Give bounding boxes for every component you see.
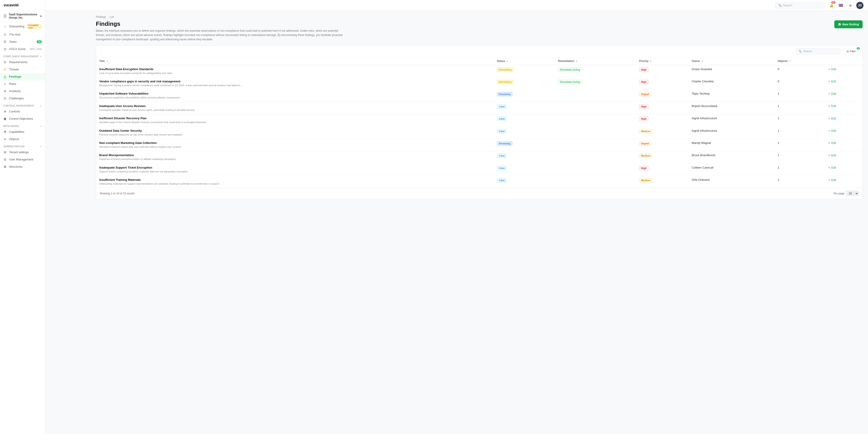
finding-description: Instances of brand misrepresentation in … bbox=[99, 157, 257, 161]
filter-label: Filter bbox=[850, 50, 856, 53]
user-management-icon: ⊟ bbox=[3, 158, 7, 161]
col-status[interactable]: Status ▾ bbox=[494, 57, 555, 65]
filter-button[interactable]: ⊟ Filter 0 bbox=[844, 49, 859, 54]
breadcrumb-separator: › bbox=[107, 16, 108, 19]
cell-owner: Brijesh Bounceback bbox=[688, 102, 774, 114]
cell-status: Reviewing bbox=[494, 90, 555, 102]
sidebar-item-onboarding[interactable]: ○ Onboarding Complete now bbox=[0, 22, 45, 31]
sidebar-item-label: Onboarding bbox=[9, 25, 24, 28]
sidebar-item-requirements[interactable]: ⚖ Requirements bbox=[0, 59, 45, 66]
complete-badge: Complete now bbox=[27, 24, 42, 29]
edit-button[interactable]: ✏ Edit bbox=[829, 129, 836, 133]
sidebar-item-structures[interactable]: ⊠ Structures bbox=[0, 163, 45, 170]
new-finding-label: New finding bbox=[842, 23, 859, 26]
cell-status: Initial bbox=[494, 176, 555, 188]
edit-label: Edit bbox=[831, 80, 836, 83]
sidebar-item-label: Controls bbox=[9, 110, 20, 113]
per-page-select[interactable]: 10 25 50 100 bbox=[846, 191, 859, 196]
edit-button[interactable]: ✏ Edit bbox=[829, 166, 836, 169]
sidebar-item-the-hub[interactable]: ⊙ The Hub bbox=[0, 31, 45, 38]
sidebar-item-vuca-score[interactable]: ◎ VUCA Score 35% | 34% bbox=[0, 46, 45, 53]
findings-table-container: 🔍 ⊟ Filter 0 Title ▾ Status ▾ Remediatio… bbox=[96, 46, 863, 199]
sidebar-item-control-objectives[interactable]: ▣ Control Objectives bbox=[0, 115, 45, 122]
remediation-badge: Remediate finding bbox=[558, 80, 582, 84]
onboarding-icon: ○ bbox=[3, 25, 7, 28]
edit-button[interactable]: ✏ Edit bbox=[829, 154, 836, 157]
sort-icon-status: ▾ bbox=[507, 60, 508, 62]
cell-status: Reviewing bbox=[494, 139, 555, 151]
sidebar-item-challenges[interactable]: ⊡ Challenges bbox=[0, 95, 45, 102]
findings-table-body: Insufficient Data Encryption Standards L… bbox=[96, 65, 862, 188]
col-owner[interactable]: Owner ▾ bbox=[688, 57, 774, 65]
finding-description: Identified instances where data was coll… bbox=[99, 145, 257, 149]
cell-remediation bbox=[555, 163, 636, 176]
collapse-meta-icon[interactable]: ▲ bbox=[39, 125, 42, 127]
sidebar-item-risks[interactable]: ◇ Risks bbox=[0, 80, 45, 88]
sidebar-item-capabilities[interactable]: ❋ Capabilities bbox=[0, 128, 45, 136]
finding-title: Inefficient Disaster Recovery Plan bbox=[99, 117, 491, 120]
sidebar-item-label: Structures bbox=[9, 165, 22, 168]
table-row: Inadequate Support Ticket Encryption Sup… bbox=[96, 163, 862, 176]
status-badge: Initial bbox=[497, 166, 507, 170]
col-title[interactable]: Title ▾ bbox=[96, 57, 494, 65]
edit-button[interactable]: ✏ Edit bbox=[829, 105, 836, 108]
edit-button[interactable]: ✏ Edit bbox=[829, 117, 836, 120]
cell-edit: ✏ Edit bbox=[825, 163, 862, 176]
collapse-compliance-icon[interactable]: ▲ bbox=[39, 55, 42, 57]
new-finding-button[interactable]: ⊕ New finding bbox=[834, 20, 863, 28]
col-priority[interactable]: Priority ▾ bbox=[636, 57, 688, 65]
sidebar-item-incidents[interactable]: ⊘ Incidents bbox=[0, 88, 45, 95]
table-search-input[interactable] bbox=[803, 50, 839, 53]
breadcrumb-parent[interactable]: Findings bbox=[96, 16, 106, 19]
cell-remediation bbox=[555, 114, 636, 126]
plus-circle-icon: ⊕ bbox=[849, 4, 852, 7]
sidebar-item-user-management[interactable]: ⊟ User Management bbox=[0, 156, 45, 163]
objects-icon: ⊙ bbox=[3, 137, 7, 141]
edit-button[interactable]: ✏ Edit bbox=[829, 80, 836, 83]
sidebar-item-tasks[interactable]: ☰ Tasks 14 bbox=[0, 38, 45, 46]
sidebar-item-findings[interactable]: △ Findings bbox=[0, 73, 45, 80]
table-header: Title ▾ Status ▾ Remediation ▾ Priority … bbox=[96, 57, 862, 65]
priority-badge: Medium bbox=[639, 153, 653, 158]
edit-button[interactable]: ✏ Edit bbox=[829, 178, 836, 182]
per-page-control: Per page 10 25 50 100 bbox=[833, 191, 859, 196]
cell-objects: 1 bbox=[774, 163, 825, 176]
notifications-button[interactable]: 🔔 60 bbox=[828, 2, 835, 9]
status-badge: Reviewing bbox=[497, 92, 513, 96]
user-avatar-button[interactable]: JD bbox=[856, 2, 864, 9]
edit-icon: ✏ bbox=[829, 154, 831, 157]
col-objects[interactable]: Objects ▾ bbox=[774, 57, 825, 65]
sidebar-item-threats[interactable]: ⚡ Threats bbox=[0, 66, 45, 73]
global-search-container: 🔍 bbox=[775, 2, 825, 8]
cell-remediation bbox=[555, 102, 636, 114]
sidebar-item-objects[interactable]: ⊙ Objects bbox=[0, 136, 45, 143]
cell-edit: ✏ Edit bbox=[825, 176, 862, 188]
language-selector-button[interactable]: 🇬🇧 bbox=[837, 2, 844, 9]
collapse-admin-icon[interactable]: ▲ bbox=[39, 145, 42, 147]
sidebar-item-tenant-settings[interactable]: ⊞ Tenant settings bbox=[0, 149, 45, 156]
page-header: Findings Below, the interface empowers y… bbox=[96, 20, 863, 42]
sidebar-item-label: Capabilities bbox=[9, 130, 24, 134]
breadcrumb: Findings › List bbox=[96, 16, 863, 19]
col-remediation[interactable]: Remediation ▾ bbox=[555, 57, 636, 65]
sidebar-item-controls[interactable]: ⊛ Controls bbox=[0, 108, 45, 115]
priority-badge: Medium bbox=[639, 129, 653, 134]
cell-owner: Tejas Techtop bbox=[688, 90, 774, 102]
avatar-initial: JD bbox=[858, 4, 862, 7]
collapse-control-icon[interactable]: ▲ bbox=[39, 104, 42, 107]
priority-badge: Urgent bbox=[639, 141, 651, 146]
edit-button[interactable]: ✏ Edit bbox=[829, 68, 836, 71]
vuca-icon: ◎ bbox=[3, 47, 7, 51]
org-selector[interactable]: S SaaS Superstructures Group, Inc. ▾ bbox=[0, 11, 45, 22]
help-button[interactable]: ⊕ bbox=[847, 2, 854, 9]
global-search-input[interactable] bbox=[783, 4, 822, 7]
cell-remediation bbox=[555, 176, 636, 188]
edit-button[interactable]: ✏ Edit bbox=[829, 92, 836, 95]
finding-title: Unpatched Software Vulnerabilities bbox=[99, 92, 491, 95]
section-meta-model: Meta Model ▲ bbox=[0, 122, 45, 128]
sidebar-item-label: VUCA Score bbox=[9, 47, 26, 51]
finding-title: Non-compliant Marketing Data Collection bbox=[99, 141, 491, 145]
edit-button[interactable]: ✏ Edit bbox=[829, 141, 836, 145]
edit-label: Edit bbox=[831, 141, 836, 145]
cell-priority: Medium bbox=[636, 176, 688, 188]
